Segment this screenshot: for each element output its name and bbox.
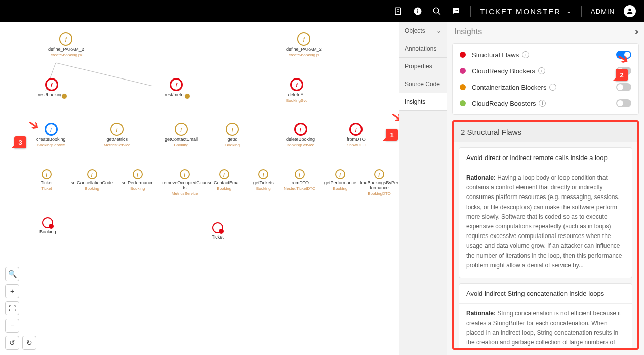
info-icon[interactable]: i — [538, 67, 545, 74]
info-icon[interactable]: i — [522, 51, 529, 58]
graph-node[interactable]: fgetIdBooking — [225, 123, 240, 147]
tab-insights[interactable]: Insights — [399, 93, 447, 111]
graph-node[interactable]: fgetMetricsMetricsService — [104, 123, 130, 147]
filter-toggle[interactable] — [616, 83, 631, 91]
chevron-down-icon: ⌄ — [566, 8, 572, 15]
tab-annotations[interactable]: Annotations — [399, 40, 447, 58]
svg-line-16 — [56, 63, 152, 91]
tab-properties[interactable]: Properties — [399, 58, 447, 75]
svg-point-13 — [457, 10, 458, 11]
svg-line-10 — [438, 12, 440, 15]
user-role-label: ADMIN — [591, 8, 615, 15]
filter-dot-icon — [460, 52, 466, 58]
zoom-out-button[interactable]: − — [5, 319, 19, 333]
chevron-down-icon: ⌄ — [436, 27, 441, 34]
flaw-title: Avoid direct or indirect remote calls in… — [459, 148, 632, 168]
graph-node[interactable]: fgetTicketsBooking — [253, 169, 274, 191]
graph-node[interactable]: fsetCancellationCodeBooking — [71, 169, 113, 191]
graph-canvas[interactable]: fdefine_PARAM_2create-booking.js fdefine… — [0, 22, 399, 355]
graph-node[interactable]: ffromDTONestedTicketDTO — [284, 169, 315, 191]
tab-source-code[interactable]: Source Code — [399, 75, 447, 93]
svg-rect-7 — [417, 11, 418, 13]
info-icon[interactable]: i — [549, 84, 556, 91]
notebook-icon[interactable] — [393, 6, 404, 16]
svg-point-12 — [456, 10, 457, 11]
top-header: TICKET MONSTER ⌄ ADMIN — [0, 0, 644, 22]
graph-node[interactable]: fretrieveOccupiedCountsMetricsService — [162, 169, 208, 196]
side-tabs: Objects ⌄ Annotations Properties Source … — [399, 22, 447, 355]
annotation-arrow: ➔ — [387, 106, 399, 127]
separator — [470, 6, 471, 17]
collapse-panel-icon[interactable]: ›› — [635, 26, 637, 37]
tab-objects[interactable]: Objects ⌄ — [399, 22, 447, 40]
search-icon[interactable] — [432, 6, 442, 16]
graph-node[interactable]: frest/bookings — [38, 78, 65, 97]
filter-dot-icon — [460, 68, 466, 74]
flaw-rationale: Rationale: String concatenation is not e… — [459, 304, 632, 350]
zoom-in-button[interactable]: + — [5, 284, 19, 298]
graph-node[interactable]: fsetContactEmailBooking — [208, 169, 241, 191]
insight-filters: Structural Flaws i CloudReady Blockers i… — [452, 43, 639, 115]
graph-node[interactable]: fdefine_PARAM_2create-booking.js — [286, 32, 322, 57]
graph-node[interactable]: ffromDTOShowDTO — [347, 123, 366, 147]
insights-panel: Insights ›› Structural Flaws i CloudRead… — [447, 22, 644, 355]
filter-containerization-blockers[interactable]: Containerization Blockers i — [453, 79, 638, 95]
flaw-title: Avoid indirect String concatenation insi… — [459, 284, 632, 304]
graph-node[interactable]: fTicketTicket — [41, 169, 53, 191]
fullscreen-button[interactable]: ⛶ — [5, 301, 19, 315]
graph-node[interactable]: fdeleteBookingBookingService — [286, 123, 315, 147]
filter-cloudready-boosters[interactable]: CloudReady Boosters i — [453, 95, 638, 111]
svg-point-11 — [455, 10, 456, 11]
graph-tools: 🔍 + ⛶ − ↺ ↻ — [5, 267, 36, 350]
flaw-item[interactable]: Avoid indirect String concatenation insi… — [459, 283, 632, 350]
user-avatar[interactable] — [624, 5, 636, 17]
filter-dot-icon — [460, 100, 466, 106]
annotation-callout-2: 2 — [616, 69, 628, 81]
filter-dot-icon — [460, 84, 466, 90]
graph-entity-node[interactable]: Booking — [39, 217, 56, 234]
graph-node-selected[interactable]: fcreateBookingBookingService — [36, 123, 66, 147]
annotation-callout-1: 1 — [386, 129, 398, 141]
redo-button[interactable]: ↻ — [22, 336, 36, 350]
filter-cloudready-blockers[interactable]: CloudReady Blockers i — [453, 63, 638, 79]
undo-button[interactable]: ↺ — [5, 336, 19, 350]
flaw-rationale: Rationale: Having a loop body or loop co… — [459, 168, 632, 278]
search-tool[interactable]: 🔍 — [5, 267, 19, 281]
graph-node[interactable]: fdeleteAllBookingSvc — [286, 78, 307, 103]
separator — [581, 6, 582, 17]
svg-point-14 — [628, 9, 631, 11]
graph-node[interactable]: fgetContactEmailBooking — [165, 123, 198, 147]
info-icon[interactable] — [413, 6, 423, 16]
svg-rect-8 — [417, 9, 418, 10]
graph-node[interactable]: fsetPerformanceBooking — [122, 169, 154, 191]
app-selector[interactable]: TICKET MONSTER ⌄ — [480, 7, 572, 16]
graph-node[interactable]: ffindBookingsByPerformanceBookingDTO — [359, 169, 399, 196]
filter-structural-flaws[interactable]: Structural Flaws i — [453, 47, 638, 63]
info-icon[interactable]: i — [539, 100, 546, 107]
insights-panel-header: Insights ›› — [447, 22, 644, 41]
graph-node[interactable]: frest/metrics — [165, 78, 188, 97]
graph-entity-node[interactable]: Ticket — [212, 222, 224, 240]
chat-icon[interactable] — [451, 6, 461, 16]
insights-title: Insights — [454, 27, 482, 36]
flaw-list: 2 Structural Flaws Avoid direct or indir… — [452, 120, 639, 350]
flaw-count-header: 2 Structural Flaws — [454, 122, 637, 142]
svg-point-9 — [433, 8, 439, 13]
annotation-callout-3: 3 — [14, 136, 26, 148]
app-title-text: TICKET MONSTER — [480, 7, 561, 16]
flaw-item[interactable]: Avoid direct or indirect remote calls in… — [459, 147, 632, 278]
graph-node[interactable]: fgetPerformanceBooking — [324, 169, 356, 191]
filter-toggle[interactable] — [616, 99, 631, 107]
graph-node[interactable]: fdefine_PARAM_2create-booking.js — [48, 32, 84, 57]
